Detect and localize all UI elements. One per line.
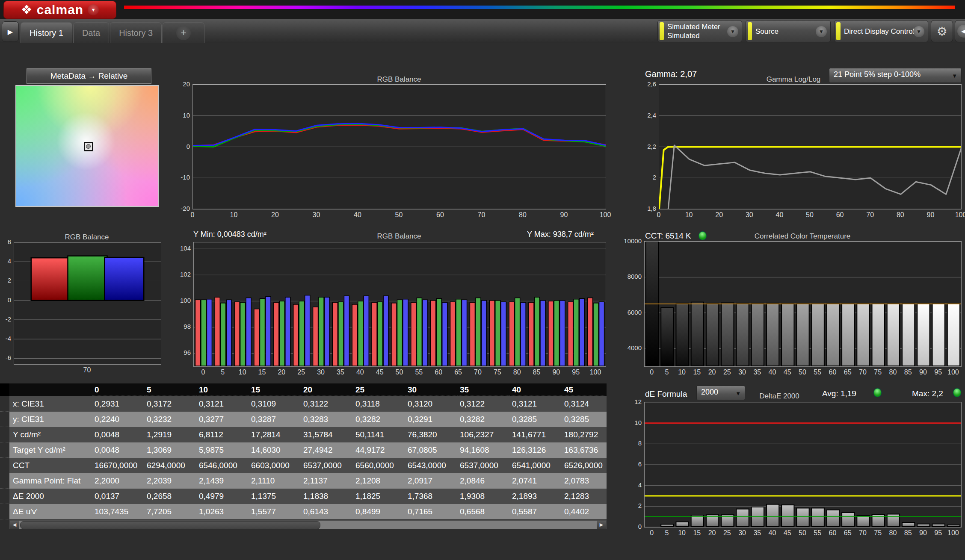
table-cell: 6541,0000 xyxy=(509,458,562,473)
meter-dropdown[interactable]: Simulated MeterSimulated ▼ xyxy=(657,20,742,42)
table-row[interactable]: Gamma Point: Flat2,20002,20392,14392,111… xyxy=(0,473,607,489)
table-row[interactable]: Y cd/m²0,00481,29196,811217,281431,57845… xyxy=(0,427,607,442)
tab-data[interactable]: Data xyxy=(73,22,109,43)
rgb-mid-title: RGB Balance xyxy=(377,232,421,241)
table-corner-cell xyxy=(0,383,9,396)
row-label: ΔE u'v' xyxy=(9,504,92,519)
y-min-label: Y Min: 0,00483 cd/m² xyxy=(193,230,266,239)
row-label: ΔE 2000 xyxy=(9,489,92,504)
row-label: Target Y cd/m² xyxy=(9,442,92,458)
table-cell: 106,2327 xyxy=(457,427,509,442)
chevron-down-icon: ▼ xyxy=(816,26,827,37)
row-label: CCT xyxy=(9,458,92,473)
white-point-marker xyxy=(84,142,93,151)
table-cell: 7,7205 xyxy=(144,504,196,519)
table-cell: 0,2240 xyxy=(92,412,144,427)
gamma-log-chart: 2,62,42,221,80102030405060708090100 xyxy=(659,84,961,209)
source-accent xyxy=(748,22,752,40)
meter-accent xyxy=(660,22,664,40)
cie-color-gamut-panel[interactable] xyxy=(15,85,159,207)
table-cell: 6526,0000 xyxy=(562,458,607,473)
table-cell: 6543,0000 xyxy=(405,458,457,473)
table-row[interactable]: x: CIE310,29310,31720,31210,31090,31220,… xyxy=(0,396,607,412)
de-formula-dropdown[interactable]: 2000 ▼ xyxy=(696,386,745,400)
table-row[interactable]: CCT16670,00006294,00006546,00006603,0000… xyxy=(0,458,607,473)
source-line1: Source xyxy=(755,27,813,36)
tab-history-3[interactable]: History 3 xyxy=(110,22,162,43)
table-cell: 50,1141 xyxy=(353,427,405,442)
gamma-points-dropdown[interactable]: 21 Point 5% step 0-100% ▼ xyxy=(829,68,962,83)
table-cell: 103,7435 xyxy=(92,504,144,519)
scroll-right-button[interactable]: ▶ xyxy=(597,521,606,529)
table-cell: 0,3120 xyxy=(405,396,457,412)
row-label: Y cd/m² xyxy=(9,427,92,442)
calman-logo-text: calman xyxy=(37,3,83,17)
add-tab-button[interactable]: + xyxy=(163,22,204,43)
table-cell: 6537,0000 xyxy=(457,458,509,473)
table-cell: 16670,0000 xyxy=(92,458,144,473)
source-dropdown[interactable]: Source ▼ xyxy=(746,20,831,42)
table-cell: 0,3283 xyxy=(301,412,353,427)
scrollbar-thumb[interactable] xyxy=(20,521,320,529)
table-cell: 163,6736 xyxy=(562,442,607,458)
meter-line1: Simulated Meter xyxy=(667,22,725,31)
scroll-left-button[interactable]: ◀ xyxy=(10,521,19,529)
table-cell: 2,2039 xyxy=(144,473,196,489)
table-cell: 0,3291 xyxy=(405,412,457,427)
table-cell: 0,3124 xyxy=(562,396,607,412)
table-row[interactable]: ΔE 20000,01370,26580,49791,13751,18381,1… xyxy=(0,489,607,504)
tab-history-1[interactable]: History 1 xyxy=(21,22,72,43)
table-horizontal-scrollbar[interactable]: ◀ ▶ xyxy=(9,520,607,529)
de-title: DeltaE 2000 xyxy=(759,392,799,401)
settings-button[interactable]: ⚙ xyxy=(931,20,953,42)
title-bar: ❖ calman ▼ xyxy=(0,0,965,19)
row-grip xyxy=(0,396,9,412)
table-cell: 0,3172 xyxy=(144,396,196,412)
table-row[interactable]: y: CIE310,22400,32320,32770,32870,32830,… xyxy=(0,412,607,427)
table-cell: 0,7165 xyxy=(405,504,457,519)
table-cell: 0,3118 xyxy=(353,396,405,412)
table-cell: 1,3069 xyxy=(144,442,196,458)
table-cell: 0,3232 xyxy=(144,412,196,427)
table-cell: 44,9172 xyxy=(353,442,405,458)
table-cell: 2,1893 xyxy=(509,489,562,504)
table-row[interactable]: ΔE u'v'103,74357,72051,02631,55770,61430… xyxy=(0,504,607,519)
column-header: 25 xyxy=(353,385,405,395)
row-grip xyxy=(0,412,9,427)
table-cell: 6537,0000 xyxy=(301,458,353,473)
column-header: 10 xyxy=(196,385,249,395)
table-cell: 0,6143 xyxy=(301,504,353,519)
table-cell: 2,0917 xyxy=(405,473,457,489)
tab-scroll-button[interactable]: ▶ xyxy=(2,21,19,42)
table-cell: 1,0263 xyxy=(196,504,249,519)
table-row[interactable]: Target Y cd/m²0,00481,30695,987514,60302… xyxy=(0,442,607,458)
table-cell: 6546,0000 xyxy=(196,458,249,473)
table-cell: 180,2792 xyxy=(562,427,607,442)
display-control-dropdown[interactable]: Direct Display Control ▼ xyxy=(834,20,928,42)
rgb-balance-bar-chart: 1041021009896051015202530354045505560657… xyxy=(193,242,605,366)
gear-icon: ⚙ xyxy=(936,24,947,38)
rgb-balance-line-chart: 20100-10-200102030405060708090100 xyxy=(192,84,605,209)
table-cell: 0,3121 xyxy=(196,396,249,412)
add-icon: + xyxy=(176,26,191,40)
collapse-panel-button[interactable]: ◀ xyxy=(955,20,965,42)
measurement-table: 05101520253035404550 x: CIE310,29310,317… xyxy=(0,383,607,530)
table-cell: 0,3285 xyxy=(562,412,607,427)
table-cell: 2,0783 xyxy=(562,473,607,489)
metadata-relative-button[interactable]: MetaData → Relative xyxy=(27,68,151,84)
play-icon: ▶ xyxy=(8,28,13,36)
tab-strip: History 1 Data History 3 + xyxy=(21,22,205,43)
row-grip xyxy=(0,427,9,442)
cct-bar-chart: 1000080006000400005101520253035404550556… xyxy=(644,241,961,366)
table-cell: 0,0048 xyxy=(92,427,144,442)
table-cell: 0,5587 xyxy=(509,504,562,519)
chevron-down-icon: ▼ xyxy=(727,26,738,37)
de-formula-value: 2000 xyxy=(701,388,718,397)
column-header: 30 xyxy=(405,385,457,395)
calman-menu-button[interactable]: ❖ calman ▼ xyxy=(3,1,116,19)
table-cell: 1,1838 xyxy=(301,489,353,504)
dropdown-arrow-icon: ▼ xyxy=(735,390,741,397)
display-accent xyxy=(836,22,841,40)
cct-value-label: CCT: 6514 K xyxy=(645,231,691,241)
row-grip xyxy=(0,442,9,458)
